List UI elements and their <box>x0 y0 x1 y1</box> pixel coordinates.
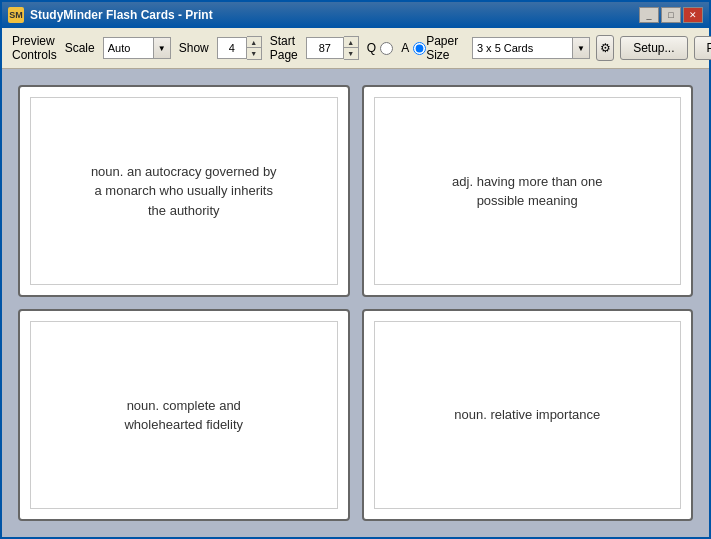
setup-button[interactable]: Setup... <box>620 36 687 60</box>
app-icon: SM <box>8 7 24 23</box>
flash-card-4: noun. relative importance <box>362 309 694 521</box>
show-spinner-buttons: ▲ ▼ <box>247 36 262 60</box>
scale-label: Scale <box>65 41 95 55</box>
flash-card-3: noun. complete andwholehearted fidelity <box>18 309 350 521</box>
controls-section: Preview Controls Scale ▼ Show ▲ ▼ Start … <box>2 28 709 69</box>
paper-size-input[interactable] <box>472 37 572 59</box>
window-title: StudyMinder Flash Cards - Print <box>30 8 213 22</box>
show-down-button[interactable]: ▼ <box>247 48 261 59</box>
a-label: A <box>401 41 409 55</box>
start-page-spinner: ▲ ▼ <box>306 36 359 60</box>
paper-size-label: Paper Size <box>426 34 466 62</box>
close-window-button[interactable]: ✕ <box>683 7 703 23</box>
preview-area: noun. an autocracy governed bya monarch … <box>2 69 709 537</box>
minimize-button[interactable]: _ <box>639 7 659 23</box>
start-page-spinner-buttons: ▲ ▼ <box>344 36 359 60</box>
show-label: Show <box>179 41 209 55</box>
start-page-label: Start Page <box>270 34 298 62</box>
start-page-down-button[interactable]: ▼ <box>344 48 358 59</box>
q-label: Q <box>367 41 376 55</box>
show-up-button[interactable]: ▲ <box>247 37 261 48</box>
flash-card-1: noun. an autocracy governed bya monarch … <box>18 85 350 297</box>
q-radio-group: Q <box>367 41 393 55</box>
paper-size-selector[interactable]: ▼ <box>472 37 590 59</box>
scale-selector[interactable]: ▼ <box>103 37 171 59</box>
controls-left: Preview Controls Scale ▼ Show ▲ ▼ Start … <box>12 34 426 62</box>
scale-dropdown-arrow[interactable]: ▼ <box>153 37 171 59</box>
a-radio-group: A <box>401 41 426 55</box>
controls-right: Paper Size ▼ ⚙ Setup... Print... Close <box>426 34 711 62</box>
show-spinner: ▲ ▼ <box>217 36 262 60</box>
preview-controls-label: Preview Controls <box>12 34 57 62</box>
scale-input[interactable] <box>103 37 153 59</box>
start-page-input[interactable] <box>306 37 344 59</box>
title-bar: SM StudyMinder Flash Cards - Print _ □ ✕ <box>2 2 709 28</box>
maximize-button[interactable]: □ <box>661 7 681 23</box>
card-text-1: noun. an autocracy governed bya monarch … <box>91 162 277 221</box>
print-button[interactable]: Print... <box>694 36 711 60</box>
settings-icon-button[interactable]: ⚙ <box>596 35 614 61</box>
q-radio[interactable] <box>380 42 393 55</box>
a-radio[interactable] <box>413 42 426 55</box>
card-text-2: adj. having more than onepossible meanin… <box>452 172 602 211</box>
show-input[interactable] <box>217 37 247 59</box>
main-window: SM StudyMinder Flash Cards - Print _ □ ✕… <box>0 0 711 539</box>
flash-card-2: adj. having more than onepossible meanin… <box>362 85 694 297</box>
card-text-3: noun. complete andwholehearted fidelity <box>124 396 243 435</box>
title-buttons: _ □ ✕ <box>639 7 703 23</box>
card-text-4: noun. relative importance <box>454 405 600 425</box>
title-bar-left: SM StudyMinder Flash Cards - Print <box>8 7 213 23</box>
paper-size-dropdown-arrow[interactable]: ▼ <box>572 37 590 59</box>
start-page-up-button[interactable]: ▲ <box>344 37 358 48</box>
